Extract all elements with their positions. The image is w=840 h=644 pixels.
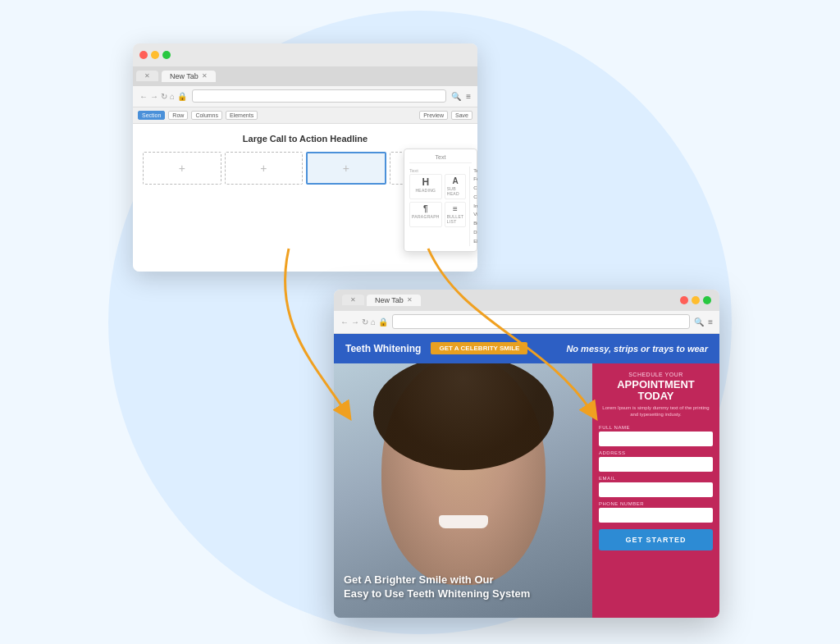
preview-btn[interactable]: Preview	[419, 111, 448, 120]
editor-element-toolbar: Section Row Columns Elements Preview Sav…	[133, 107, 477, 124]
save-btn[interactable]: Save	[451, 111, 472, 120]
full-name-label: FULL NAME	[599, 425, 713, 430]
landing-refresh-icon[interactable]: ↻	[362, 317, 368, 327]
refresh-icon[interactable]: ↻	[161, 92, 167, 101]
section-btn[interactable]: Section	[138, 111, 165, 120]
form-title: APPOINTMENT TODAY	[599, 379, 713, 403]
right-text[interactable]: Text	[473, 167, 477, 176]
home-icon[interactable]: ⌂	[170, 92, 175, 101]
right-form[interactable]: Form	[473, 175, 477, 184]
editor-titlebar	[133, 43, 477, 66]
lock-icon: 🔒	[177, 92, 187, 101]
tab-close-icon[interactable]: ✕	[144, 72, 150, 80]
back-icon[interactable]: ←	[139, 92, 148, 101]
landing-menu-icon[interactable]: ≡	[708, 317, 713, 327]
tab-close-icon-2[interactable]: ✕	[202, 72, 208, 80]
landing-home-icon[interactable]: ⌂	[371, 317, 376, 327]
popup-right-list: Text Form Coundown Columns Image Video B…	[473, 167, 477, 246]
phone-input[interactable]	[599, 508, 713, 523]
landing-nav-icons: ← → ↻ ⌂ 🔒	[340, 317, 388, 327]
editor-tab-active[interactable]: New Tab ✕	[162, 71, 216, 82]
landing-tab-close: ✕	[342, 295, 364, 305]
form-submit-button[interactable]: GET STARTED	[599, 529, 713, 550]
landing-tagline: No messy, strips or trays to wear	[566, 344, 708, 354]
traffic-lights	[139, 51, 171, 59]
heading-label: Heading	[415, 188, 436, 193]
landing-search-icon[interactable]: 🔍	[694, 317, 704, 327]
elements-btn[interactable]: Elements	[226, 111, 258, 120]
browser-editor-window: ✕ New Tab ✕ ← → ↻ ⌂ 🔒 🔍 ≡ Section Row Co	[133, 43, 477, 272]
popup-subheading-item[interactable]: A Sub Head	[445, 174, 467, 199]
search-icon[interactable]: 🔍	[451, 92, 461, 101]
teeth-highlight	[439, 515, 488, 528]
minimize-button[interactable]	[151, 51, 159, 59]
paragraph-icon: ¶	[423, 205, 428, 213]
hero-line-2: Easy to Use Teeth Whitening System	[344, 587, 530, 601]
landing-tab-close-icon[interactable]: ✕	[350, 296, 356, 304]
editor-col-2[interactable]: +	[225, 152, 304, 185]
bulletlist-icon: ≡	[453, 205, 458, 213]
editor-tab-close: ✕	[136, 71, 158, 81]
popup-title: Text	[409, 154, 472, 163]
landing-back-icon[interactable]: ←	[340, 317, 349, 327]
landing-address-bar[interactable]	[392, 314, 690, 329]
landing-minimize-btn[interactable]	[692, 296, 700, 304]
landing-page-body: Get A Brighter Smile with Our Easy to Us…	[334, 363, 719, 618]
hero-overlay-text: Get A Brighter Smile with Our Easy to Us…	[344, 573, 530, 601]
landing-tab-active[interactable]: New Tab ✕	[367, 295, 421, 306]
popup-paragraph-item[interactable]: ¶ Paragraph	[409, 202, 442, 227]
landing-hero-image: Get A Brighter Smile with Our Easy to Us…	[334, 363, 592, 618]
landing-forward-icon[interactable]: →	[351, 317, 359, 327]
phone-label: PHONE NUMBER	[599, 501, 713, 506]
editor-address-bar[interactable]	[192, 89, 446, 103]
popup-section-label: Text	[409, 168, 466, 173]
subheading-icon: A	[452, 177, 458, 185]
landing-close-btn[interactable]	[680, 296, 688, 304]
maximize-button[interactable]	[162, 51, 171, 59]
landing-cta-button[interactable]: GET A CELEBRITY SMILE	[431, 342, 527, 354]
editor-browser-toolbar: ← → ↻ ⌂ 🔒 🔍 ≡	[133, 86, 477, 107]
full-name-group: FULL NAME	[599, 425, 713, 446]
right-elements[interactable]: Elements	[473, 237, 477, 246]
browser-landing-window: ✕ New Tab ✕ ← → ↻ ⌂ 🔒	[334, 290, 719, 618]
right-divider[interactable]: Divider	[473, 228, 477, 237]
bulletlist-label: Bullet List	[447, 214, 464, 224]
form-schedule-label: SCHEDULE YOUR	[599, 372, 713, 377]
heading-icon: H	[422, 177, 430, 187]
popup-items-grid: H Heading A Sub Head ¶ Paragraph	[409, 174, 466, 227]
landing-tab-bar: ✕ New Tab ✕	[342, 291, 675, 309]
menu-icon[interactable]: ≡	[466, 92, 471, 101]
landing-lock-icon: 🔒	[378, 317, 388, 327]
form-subtitle: Lorem Ipsum is simply dummy text of the …	[599, 405, 713, 418]
landing-form-panel: SCHEDULE YOUR APPOINTMENT TODAY Lorem Ip…	[592, 363, 719, 618]
right-video[interactable]: Video	[473, 210, 477, 219]
email-group: EMAIL	[599, 476, 713, 497]
full-name-input[interactable]	[599, 432, 713, 446]
landing-tab-close-icon-2[interactable]: ✕	[407, 296, 413, 304]
popup-heading-item[interactable]: H Heading	[409, 174, 442, 199]
editor-col-3[interactable]: +	[306, 152, 386, 185]
landing-tab-label: New Tab	[375, 296, 404, 304]
close-button[interactable]	[139, 51, 148, 59]
right-columns[interactable]: Columns	[473, 193, 477, 202]
phone-group: PHONE NUMBER	[599, 501, 713, 523]
row-btn[interactable]: Row	[168, 111, 188, 120]
landing-browser-toolbar: ← → ↻ ⌂ 🔒 🔍 ≡	[334, 311, 719, 334]
landing-maximize-btn[interactable]	[703, 296, 711, 304]
editor-col-1[interactable]: +	[143, 152, 221, 185]
editor-tab-bar: ✕ New Tab ✕	[133, 66, 477, 86]
right-image[interactable]: Image	[473, 202, 477, 211]
editor-tab-label: New Tab	[170, 72, 199, 80]
forward-icon[interactable]: →	[150, 92, 158, 101]
landing-traffic-lights	[680, 296, 711, 304]
nav-icons: ← → ↻ ⌂ 🔒	[139, 92, 187, 101]
address-input[interactable]	[599, 457, 713, 472]
columns-btn[interactable]: Columns	[191, 111, 222, 120]
right-button[interactable]: Button	[473, 219, 477, 228]
editor-headline: Large Call to Action Headline	[143, 134, 468, 144]
right-countdown[interactable]: Coundown	[473, 184, 477, 193]
editor-canvas: Large Call to Action Headline + + + + Te…	[133, 124, 477, 272]
popup-bulletlist-item[interactable]: ≡ Bullet List	[445, 202, 467, 227]
email-input[interactable]	[599, 482, 713, 497]
address-group: ADDRESS	[599, 450, 713, 472]
